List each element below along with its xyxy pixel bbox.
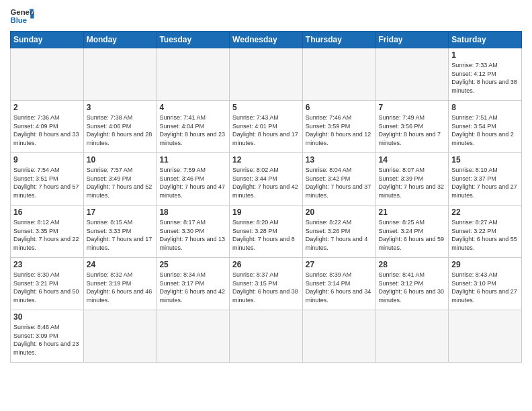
day-number: 28 <box>379 260 446 269</box>
day-number: 25 <box>159 260 226 269</box>
day-number: 23 <box>13 260 81 269</box>
day-info: Sunrise: 8:22 AMSunset: 3:26 PMDaylight:… <box>306 218 373 252</box>
day-number: 26 <box>232 260 300 269</box>
day-info: Sunrise: 7:49 AMSunset: 3:56 PMDaylight:… <box>379 113 446 147</box>
calendar-cell: 5Sunrise: 7:43 AMSunset: 4:01 PMDaylight… <box>230 101 303 153</box>
calendar-cell: 18Sunrise: 8:17 AMSunset: 3:30 PMDayligh… <box>157 205 230 258</box>
calendar-cell: 16Sunrise: 8:12 AMSunset: 3:35 PMDayligh… <box>11 205 84 258</box>
calendar-cell: 11Sunrise: 7:59 AMSunset: 3:46 PMDayligh… <box>157 153 230 205</box>
day-number: 22 <box>451 208 519 217</box>
day-number: 30 <box>13 312 81 322</box>
day-number: 3 <box>87 103 154 112</box>
day-info: Sunrise: 7:38 AMSunset: 4:06 PMDaylight:… <box>87 113 154 147</box>
calendar-table: SundayMondayTuesdayWednesdayThursdayFrid… <box>10 31 522 363</box>
day-info: Sunrise: 8:46 AMSunset: 3:09 PMDaylight:… <box>13 323 81 357</box>
header: General Blue <box>10 7 522 26</box>
calendar-cell: 4Sunrise: 7:41 AMSunset: 4:04 PMDaylight… <box>157 101 230 153</box>
calendar-cell <box>302 48 375 101</box>
day-info: Sunrise: 8:15 AMSunset: 3:33 PMDaylight:… <box>87 218 154 252</box>
calendar-cell: 26Sunrise: 8:37 AMSunset: 3:15 PMDayligh… <box>230 258 303 310</box>
calendar-cell <box>230 48 303 101</box>
calendar-cell <box>157 48 230 101</box>
calendar-cell: 21Sunrise: 8:25 AMSunset: 3:24 PMDayligh… <box>375 205 449 258</box>
day-number: 8 <box>451 103 519 112</box>
day-number: 24 <box>87 260 154 269</box>
day-info: Sunrise: 8:17 AMSunset: 3:30 PMDaylight:… <box>159 218 226 252</box>
day-info: Sunrise: 8:43 AMSunset: 3:10 PMDaylight:… <box>451 271 519 304</box>
day-info: Sunrise: 8:04 AMSunset: 3:42 PMDaylight:… <box>306 166 373 199</box>
day-info: Sunrise: 8:10 AMSunset: 3:37 PMDaylight:… <box>451 166 519 199</box>
day-info: Sunrise: 8:41 AMSunset: 3:12 PMDaylight:… <box>379 271 446 304</box>
calendar-cell: 10Sunrise: 7:57 AMSunset: 3:49 PMDayligh… <box>83 153 157 205</box>
day-number: 18 <box>159 208 226 217</box>
day-number: 10 <box>87 155 154 165</box>
weekday-header-saturday: Saturday <box>449 32 522 48</box>
day-number: 21 <box>379 208 446 217</box>
calendar-cell: 15Sunrise: 8:10 AMSunset: 3:37 PMDayligh… <box>449 153 522 205</box>
day-info: Sunrise: 8:34 AMSunset: 3:17 PMDaylight:… <box>159 271 226 304</box>
calendar-cell: 25Sunrise: 8:34 AMSunset: 3:17 PMDayligh… <box>157 258 230 310</box>
calendar-cell <box>449 310 522 363</box>
calendar-cell: 24Sunrise: 8:32 AMSunset: 3:19 PMDayligh… <box>83 258 157 310</box>
calendar-cell <box>83 310 157 363</box>
calendar-cell: 3Sunrise: 7:38 AMSunset: 4:06 PMDaylight… <box>83 101 157 153</box>
day-number: 9 <box>13 155 81 165</box>
day-number: 17 <box>87 208 154 217</box>
day-info: Sunrise: 7:51 AMSunset: 3:54 PMDaylight:… <box>451 113 519 147</box>
calendar-cell: 13Sunrise: 8:04 AMSunset: 3:42 PMDayligh… <box>302 153 375 205</box>
weekday-header-tuesday: Tuesday <box>157 32 230 48</box>
calendar-cell: 6Sunrise: 7:46 AMSunset: 3:59 PMDaylight… <box>302 101 375 153</box>
day-info: Sunrise: 8:30 AMSunset: 3:21 PMDaylight:… <box>13 271 81 304</box>
day-info: Sunrise: 8:25 AMSunset: 3:24 PMDaylight:… <box>379 218 446 252</box>
calendar-cell <box>230 310 303 363</box>
day-number: 27 <box>306 260 373 269</box>
day-number: 6 <box>306 103 373 112</box>
svg-text:Blue: Blue <box>11 16 28 24</box>
calendar-cell: 27Sunrise: 8:39 AMSunset: 3:14 PMDayligh… <box>302 258 375 310</box>
svg-marker-3 <box>30 14 34 19</box>
calendar-cell: 19Sunrise: 8:20 AMSunset: 3:28 PMDayligh… <box>230 205 303 258</box>
calendar-cell: 1Sunrise: 7:33 AMSunset: 4:12 PMDaylight… <box>449 48 522 101</box>
calendar-cell <box>375 48 449 101</box>
day-number: 1 <box>451 50 519 60</box>
day-info: Sunrise: 7:57 AMSunset: 3:49 PMDaylight:… <box>87 166 154 199</box>
calendar-cell: 23Sunrise: 8:30 AMSunset: 3:21 PMDayligh… <box>11 258 84 310</box>
day-number: 5 <box>232 103 300 112</box>
day-info: Sunrise: 7:41 AMSunset: 4:04 PMDaylight:… <box>159 113 226 147</box>
calendar-week-row: 30Sunrise: 8:46 AMSunset: 3:09 PMDayligh… <box>11 310 522 363</box>
calendar-cell: 12Sunrise: 8:02 AMSunset: 3:44 PMDayligh… <box>230 153 303 205</box>
page: General Blue SundayMondayTuesdayWednesda… <box>0 0 532 369</box>
day-number: 15 <box>451 155 519 165</box>
logo: General Blue <box>10 7 34 26</box>
calendar-cell: 20Sunrise: 8:22 AMSunset: 3:26 PMDayligh… <box>302 205 375 258</box>
calendar-week-row: 23Sunrise: 8:30 AMSunset: 3:21 PMDayligh… <box>11 258 522 310</box>
calendar-cell <box>83 48 157 101</box>
weekday-header-thursday: Thursday <box>302 32 375 48</box>
day-info: Sunrise: 7:33 AMSunset: 4:12 PMDaylight:… <box>451 61 519 95</box>
calendar-week-row: 2Sunrise: 7:36 AMSunset: 4:09 PMDaylight… <box>11 101 522 153</box>
day-number: 20 <box>306 208 373 217</box>
weekday-header-friday: Friday <box>375 32 449 48</box>
day-info: Sunrise: 8:39 AMSunset: 3:14 PMDaylight:… <box>306 271 373 304</box>
day-info: Sunrise: 7:59 AMSunset: 3:46 PMDaylight:… <box>159 166 226 199</box>
calendar-week-row: 1Sunrise: 7:33 AMSunset: 4:12 PMDaylight… <box>11 48 522 101</box>
day-number: 13 <box>306 155 373 165</box>
calendar-cell: 22Sunrise: 8:27 AMSunset: 3:22 PMDayligh… <box>449 205 522 258</box>
calendar-cell: 7Sunrise: 7:49 AMSunset: 3:56 PMDaylight… <box>375 101 449 153</box>
weekday-header-monday: Monday <box>83 32 157 48</box>
calendar-cell <box>302 310 375 363</box>
weekday-header-wednesday: Wednesday <box>230 32 303 48</box>
weekday-header-sunday: Sunday <box>11 32 84 48</box>
calendar-cell: 14Sunrise: 8:07 AMSunset: 3:39 PMDayligh… <box>375 153 449 205</box>
day-number: 16 <box>13 208 81 217</box>
day-info: Sunrise: 8:37 AMSunset: 3:15 PMDaylight:… <box>232 271 300 304</box>
calendar-cell: 30Sunrise: 8:46 AMSunset: 3:09 PMDayligh… <box>11 310 84 363</box>
calendar-cell <box>11 48 84 101</box>
calendar-cell <box>375 310 449 363</box>
day-info: Sunrise: 7:43 AMSunset: 4:01 PMDaylight:… <box>232 113 300 147</box>
calendar-cell: 2Sunrise: 7:36 AMSunset: 4:09 PMDaylight… <box>11 101 84 153</box>
calendar-week-row: 9Sunrise: 7:54 AMSunset: 3:51 PMDaylight… <box>11 153 522 205</box>
day-number: 7 <box>379 103 446 112</box>
calendar-cell: 28Sunrise: 8:41 AMSunset: 3:12 PMDayligh… <box>375 258 449 310</box>
day-info: Sunrise: 7:54 AMSunset: 3:51 PMDaylight:… <box>13 166 81 199</box>
